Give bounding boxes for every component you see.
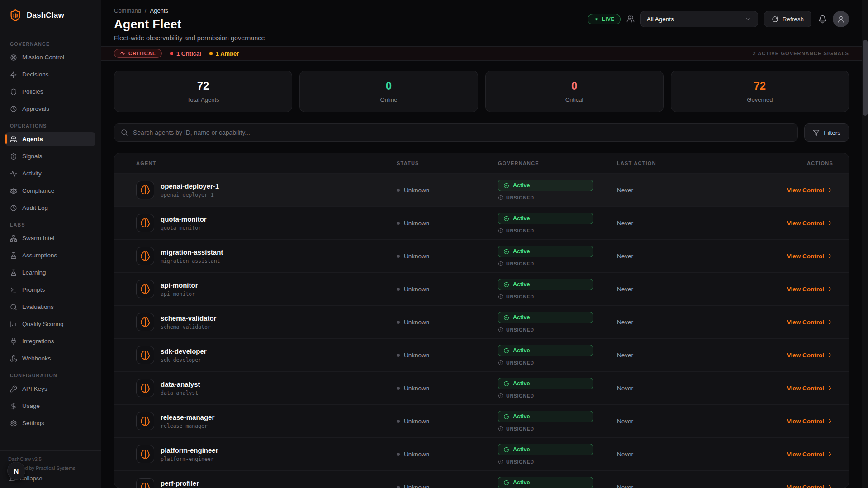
agent-name: schema-validator: [161, 314, 216, 322]
agent-id: data-analyst: [161, 390, 200, 396]
agent-cell: api-monitorapi-monitor: [136, 280, 397, 298]
breadcrumb-root[interactable]: Command: [114, 7, 141, 14]
agent-cell: migration-assistantmigration-assistant: [136, 247, 397, 265]
sidebar-item-label: Signals: [22, 153, 42, 160]
agent-row-migration-assistant[interactable]: migration-assistantmigration-assistantUn…: [114, 239, 849, 272]
col-header-agent: AGENT: [136, 161, 397, 166]
agent-name: platform-engineer: [161, 446, 218, 454]
sidebar-item-settings[interactable]: Settings: [5, 416, 95, 430]
clock-icon: [10, 105, 17, 113]
filters-button[interactable]: Filters: [804, 123, 849, 142]
sidebar-item-integrations[interactable]: Integrations: [5, 334, 95, 348]
sidebar-item-quality-scoring[interactable]: Quality Scoring: [5, 317, 95, 331]
refresh-button[interactable]: Refresh: [764, 11, 811, 27]
sidebar-item-prompts[interactable]: Prompts: [5, 283, 95, 297]
search-input[interactable]: [133, 129, 791, 136]
status-dot-icon: [397, 453, 400, 456]
sidebar-item-policies[interactable]: Policies: [5, 85, 95, 99]
nav-section-label: OPERATIONS: [10, 123, 91, 128]
governance-active-badge: Active: [498, 477, 593, 488]
last-action: Never: [617, 385, 787, 392]
sidebar-item-mission-control[interactable]: Mission Control: [5, 50, 95, 64]
governance-cell: ActiveUNSIGNED: [498, 180, 617, 200]
governance-active-badge: Active: [498, 180, 593, 191]
sidebar-item-compliance[interactable]: Compliance: [5, 184, 95, 198]
agent-id: migration-assistant: [161, 258, 223, 264]
last-action: Never: [617, 253, 787, 260]
page-title: Agent Fleet: [114, 18, 265, 32]
flask-icon: [10, 269, 17, 276]
live-status-badge: LIVE: [588, 14, 621, 24]
agent-row-perf-profiler[interactable]: perf-profilerperf-profilerUnknownActiveU…: [114, 470, 849, 488]
sidebar-item-activity[interactable]: Activity: [5, 166, 95, 180]
governance-active-badge: Active: [498, 213, 593, 224]
view-control-link[interactable]: View Control: [787, 418, 833, 425]
sidebar-item-api-keys[interactable]: API Keys: [5, 382, 95, 396]
view-control-link[interactable]: View Control: [787, 286, 833, 293]
agent-filter-select[interactable]: All Agents: [640, 11, 758, 27]
user-avatar[interactable]: [833, 11, 849, 27]
status-dot-icon: [397, 189, 400, 192]
view-control-link[interactable]: View Control: [787, 319, 833, 326]
status-dot-icon: [397, 321, 400, 324]
status-dot-icon: [397, 387, 400, 390]
view-control-link[interactable]: View Control: [787, 352, 833, 359]
brand-name: DashClaw: [27, 11, 64, 20]
sidebar-item-assumptions[interactable]: Assumptions: [5, 248, 95, 262]
sidebar-item-label: Evaluations: [22, 303, 54, 310]
scrollbar-thumb[interactable]: [863, 40, 868, 116]
col-header-governance: GOVERNANCE: [498, 161, 617, 166]
agent-row-platform-engineer[interactable]: platform-engineerplatform-engineerUnknow…: [114, 437, 849, 470]
sidebar-item-audit-log[interactable]: Audit Log: [5, 201, 95, 215]
agent-row-quota-monitor[interactable]: quota-monitorquota-monitorUnknownActiveU…: [114, 206, 849, 239]
sidebar-item-agents[interactable]: Agents: [5, 132, 95, 146]
sidebar-item-approvals[interactable]: Approvals: [5, 102, 95, 116]
sidebar-item-decisions[interactable]: Decisions: [5, 67, 95, 81]
agent-brain-icon: [136, 313, 154, 331]
governance-active-badge: Active: [498, 378, 593, 389]
sidebar-item-webhooks[interactable]: Webhooks: [5, 351, 95, 365]
sidebar-item-usage[interactable]: Usage: [5, 399, 95, 413]
agent-name: api-monitor: [161, 281, 198, 289]
last-action: Never: [617, 187, 787, 194]
agent-status: Unknown: [397, 418, 498, 425]
search-row: Filters: [101, 112, 862, 142]
agent-id: schema-validator: [161, 324, 216, 330]
view-control-link[interactable]: View Control: [787, 385, 833, 392]
view-control-link[interactable]: View Control: [787, 187, 833, 194]
governance-active-badge: Active: [498, 411, 593, 422]
vertical-scrollbar: [862, 0, 868, 488]
agent-row-release-manager[interactable]: release-managerrelease-managerUnknownAct…: [114, 404, 849, 437]
stat-card-governed: 72Governed: [671, 71, 849, 112]
bar-chart-icon: [10, 321, 17, 328]
view-control-link[interactable]: View Control: [787, 253, 833, 260]
sidebar-item-learning[interactable]: Learning: [5, 265, 95, 280]
sidebar-item-evaluations[interactable]: Evaluations: [5, 300, 95, 314]
agent-row-sdk-developer[interactable]: sdk-developersdk-developerUnknownActiveU…: [114, 338, 849, 371]
view-control-link[interactable]: View Control: [787, 484, 833, 488]
overlay-badge[interactable]: N: [7, 462, 25, 480]
agent-id: platform-engineer: [161, 456, 218, 462]
view-control-link[interactable]: View Control: [787, 220, 833, 227]
agent-id: sdk-developer: [161, 357, 207, 363]
agent-name: migration-assistant: [161, 248, 223, 256]
amber-count-label: 1 Amber: [216, 50, 239, 57]
unsigned-badge: UNSIGNED: [498, 228, 617, 233]
view-control-link[interactable]: View Control: [787, 451, 833, 458]
agent-row-openai-deployer-1[interactable]: openai-deployer-1openai-deployer-1Unknow…: [114, 173, 849, 206]
shield-alert-icon: [10, 153, 17, 160]
agent-row-schema-validator[interactable]: schema-validatorschema-validatorUnknownA…: [114, 305, 849, 338]
users-icon: [10, 136, 17, 143]
agent-row-api-monitor[interactable]: api-monitorapi-monitorUnknownActiveUNSIG…: [114, 272, 849, 305]
agent-row-data-analyst[interactable]: data-analystdata-analystUnknownActiveUNS…: [114, 371, 849, 404]
bell-icon[interactable]: [818, 15, 827, 24]
sidebar-item-swarm-intel[interactable]: Swarm Intel: [5, 231, 95, 245]
chevron-down-icon: [745, 16, 752, 23]
agent-cell: data-analystdata-analyst: [136, 379, 397, 397]
sidebar-item-signals[interactable]: Signals: [5, 149, 95, 163]
governance-cell: ActiveUNSIGNED: [498, 378, 617, 398]
governance-cell: ActiveUNSIGNED: [498, 213, 617, 233]
brand: DashClaw: [0, 0, 101, 31]
user-icon: [837, 15, 845, 23]
critical-count-label: 1 Critical: [176, 50, 201, 57]
